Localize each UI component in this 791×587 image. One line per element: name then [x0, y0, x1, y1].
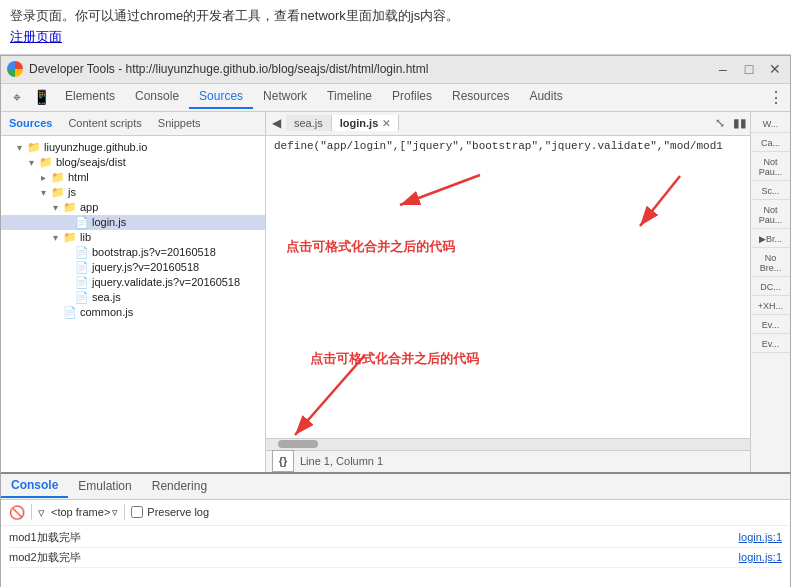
red-arrow-svg [620, 166, 740, 246]
sidebar-section-w[interactable]: W... [751, 116, 790, 133]
tree-label: jquery.validate.js?v=20160518 [92, 276, 240, 288]
tree-item-root[interactable]: ▾ 📁 liuyunzhuge.github.io [1, 140, 265, 155]
folder-icon: 📁 [39, 156, 53, 169]
tab-loginjs-label: login.js [340, 117, 379, 129]
sidebar-section-sc[interactable]: Sc... [751, 183, 790, 200]
inspect-icon[interactable]: ⌖ [7, 87, 27, 107]
folder-icon: 📁 [51, 171, 65, 184]
code-area[interactable]: define("app/login",["jquery","bootstrap"… [266, 136, 750, 438]
horizontal-scrollbar[interactable] [266, 438, 750, 450]
tab-audits[interactable]: Audits [519, 85, 572, 109]
tree-item-js[interactable]: ▾ 📁 js [1, 185, 265, 200]
file-icon: 📄 [63, 306, 77, 319]
arrow-icon: ▸ [41, 172, 51, 183]
sources-panel: Sources Content scripts Snippets ▾ 📁 liu… [1, 112, 266, 472]
editor-statusbar: {} Line 1, Column 1 [266, 450, 750, 472]
clear-console-btn[interactable]: 🚫 [9, 505, 25, 520]
expand-editor-btn[interactable]: ⤡ [710, 113, 730, 133]
arrow-icon: ▾ [53, 232, 63, 243]
console-source-2[interactable]: login.js:1 [739, 551, 782, 563]
prev-tab-btn[interactable]: ◀ [266, 113, 286, 133]
tree-item-blog[interactable]: ▾ 📁 blog/seajs/dist [1, 155, 265, 170]
tree-label: login.js [92, 216, 126, 228]
tree-item-loginjs[interactable]: 📄 login.js [1, 215, 265, 230]
file-tree: ▾ 📁 liuyunzhuge.github.io ▾ 📁 blog/seajs… [1, 136, 265, 472]
register-link[interactable]: 注册页面 [10, 29, 62, 44]
tree-label: bootstrap.js?v=20160518 [92, 246, 216, 258]
tree-item-lib[interactable]: ▾ 📁 lib [1, 230, 265, 245]
tree-item-app[interactable]: ▾ 📁 app [1, 200, 265, 215]
subtab-content-scripts[interactable]: Content scripts [60, 115, 149, 131]
sidebar-section-not[interactable]: NotPau... [751, 154, 790, 181]
preserve-log-label[interactable]: Preserve log [131, 506, 209, 518]
tab-elements[interactable]: Elements [55, 85, 125, 109]
code-line-1: define("app/login",["jquery","bootstrap"… [266, 140, 750, 152]
format-icon: {} [279, 455, 288, 467]
filter-btn[interactable]: ▿ [38, 505, 45, 520]
console-output: mod1加载完毕 login.js:1 mod2加载完毕 login.js:1 [1, 526, 790, 587]
code-text: define("app/login",["jquery","bootstrap"… [274, 140, 723, 152]
sidebar-section-xh[interactable]: +XH... [751, 298, 790, 315]
editor-tabs: ◀ sea.js login.js ✕ ⤡ ▮▮ [266, 112, 750, 136]
tree-item-html[interactable]: ▸ 📁 html [1, 170, 265, 185]
format-button[interactable]: {} [272, 450, 294, 472]
maximize-button[interactable]: □ [740, 60, 758, 78]
tab-sources[interactable]: Sources [189, 85, 253, 109]
tab-resources[interactable]: Resources [442, 85, 519, 109]
tab-console[interactable]: Console [125, 85, 189, 109]
chrome-icon [7, 61, 23, 77]
tab-close-btn[interactable]: ✕ [382, 118, 390, 129]
tree-item-seajs[interactable]: 📄 sea.js [1, 290, 265, 305]
mobile-icon[interactable]: 📱 [31, 87, 51, 107]
tree-item-commonjs[interactable]: 📄 common.js [1, 305, 265, 320]
editor-panel: ◀ sea.js login.js ✕ ⤡ ▮▮ define("app/log… [266, 112, 750, 472]
tab-emulation[interactable]: Emulation [68, 475, 141, 497]
folder-icon: 📁 [63, 231, 77, 244]
console-msg-2: mod2加载完毕 [9, 550, 81, 565]
tab-seajs[interactable]: sea.js [286, 115, 332, 131]
status-position: Line 1, Column 1 [300, 455, 383, 467]
tree-label: sea.js [92, 291, 121, 303]
tree-label: html [68, 171, 89, 183]
tab-console-bottom[interactable]: Console [1, 474, 68, 498]
console-source-1[interactable]: login.js:1 [739, 531, 782, 543]
arrow-icon: ▾ [41, 187, 51, 198]
pause-btn[interactable]: ▮▮ [730, 113, 750, 133]
tab-network[interactable]: Network [253, 85, 317, 109]
sidebar-section-br[interactable]: ▶Br... [751, 231, 790, 248]
tab-profiles[interactable]: Profiles [382, 85, 442, 109]
console-tabs: Console Emulation Rendering [1, 474, 790, 500]
tab-loginjs[interactable]: login.js ✕ [332, 115, 400, 131]
minimize-button[interactable]: – [714, 60, 732, 78]
sidebar-section-no[interactable]: NoBre... [751, 250, 790, 277]
tab-rendering[interactable]: Rendering [142, 475, 217, 497]
preserve-log-checkbox[interactable] [131, 506, 143, 518]
tree-item-bootstrap[interactable]: 📄 bootstrap.js?v=20160518 [1, 245, 265, 260]
sidebar-section-ev1[interactable]: Ev... [751, 317, 790, 334]
folder-icon: 📁 [27, 141, 41, 154]
tree-item-jquery[interactable]: 📄 jquery.js?v=20160518 [1, 260, 265, 275]
frame-select[interactable]: <top frame> ▿ [51, 506, 118, 519]
arrow-icon: ▾ [53, 202, 63, 213]
subtab-snippets[interactable]: Snippets [150, 115, 209, 131]
sidebar-section-ev2[interactable]: Ev... [751, 336, 790, 353]
sidebar-section-ca[interactable]: Ca... [751, 135, 790, 152]
sidebar-section-not2[interactable]: NotPau... [751, 202, 790, 229]
tree-item-jqueryvalidate[interactable]: 📄 jquery.validate.js?v=20160518 [1, 275, 265, 290]
folder-icon: 📁 [63, 201, 77, 214]
close-button[interactable]: ✕ [766, 60, 784, 78]
tree-label: js [68, 186, 76, 198]
sidebar-section-dc[interactable]: DC... [751, 279, 790, 296]
sources-subtabs: Sources Content scripts Snippets [1, 112, 265, 136]
arrow-icon: ▾ [17, 142, 27, 153]
console-toolbar: 🚫 ▿ <top frame> ▿ Preserve log [1, 500, 790, 526]
arrow-icon: ▾ [29, 157, 39, 168]
scroll-thumb[interactable] [278, 440, 318, 448]
console-msg-1: mod1加载完毕 [9, 530, 81, 545]
annotation-text: 登录页面。你可以通过chrome的开发者工具，查看network里面加载的js内… [10, 8, 459, 23]
subtab-sources[interactable]: Sources [1, 115, 60, 131]
more-icon[interactable]: ⋮ [768, 88, 784, 107]
console-row-2: mod2加载完毕 login.js:1 [9, 548, 782, 568]
tree-label: common.js [80, 306, 133, 318]
tab-timeline[interactable]: Timeline [317, 85, 382, 109]
